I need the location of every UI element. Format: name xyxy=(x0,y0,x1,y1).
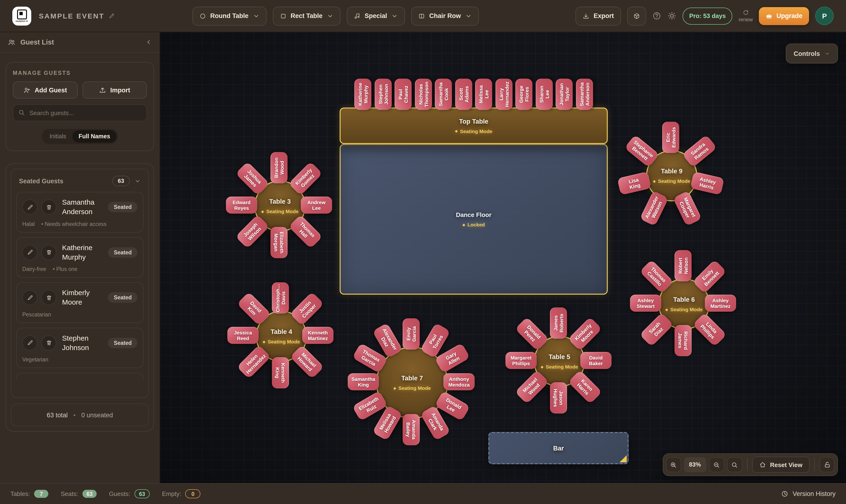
pro-badge[interactable]: Pro: 53 days xyxy=(683,7,733,24)
seat-chip[interactable]: MargaretCooper xyxy=(673,191,702,226)
zone-dance-floor[interactable]: Dance Floor◆Locked xyxy=(340,144,608,295)
edit-guest-button[interactable] xyxy=(22,200,37,215)
import-button[interactable]: Import xyxy=(82,82,147,98)
app-logo-icon[interactable]: seatplan.io xyxy=(12,6,31,25)
floor-plan-canvas[interactable]: Dance Floor◆LockedBarTop Table◆Seating M… xyxy=(160,32,846,483)
collapse-sidebar-icon[interactable] xyxy=(145,39,152,46)
seat-chip[interactable]: MelissaLee xyxy=(475,79,492,110)
seat-chip[interactable]: SamanthaKing xyxy=(348,373,379,390)
edit-guest-button[interactable] xyxy=(22,335,37,350)
export-button[interactable]: Export xyxy=(576,6,621,25)
delete-guest-button[interactable] xyxy=(41,200,56,215)
add-element-toolbar: Round Table Rect Table Special Chair Row xyxy=(192,6,479,25)
guest-card[interactable]: Katherine Murphy Seated Dairy-free • Plu… xyxy=(16,237,144,277)
pencil-icon xyxy=(27,340,33,346)
zoom-out-button[interactable] xyxy=(709,457,724,472)
search-guests-input[interactable] xyxy=(13,104,147,121)
seat-chip[interactable]: MargaretPhillips xyxy=(505,352,537,369)
delete-guest-button[interactable] xyxy=(41,290,56,305)
seat-chip[interactable]: AshleyStewart xyxy=(630,295,661,312)
edit-guest-button[interactable] xyxy=(22,290,37,305)
unlock-button[interactable] xyxy=(820,457,835,472)
delete-guest-button[interactable] xyxy=(41,245,56,260)
seating-planner-app: seatplan.io SAMPLE EVENT Round Table Rec… xyxy=(0,0,846,504)
edit-title-icon[interactable] xyxy=(109,13,115,19)
table-sublabel: ◆Seating Mode xyxy=(653,178,690,184)
seated-guests-header[interactable]: Seated Guests 63 xyxy=(16,174,144,192)
renew-button[interactable]: renew xyxy=(739,10,753,22)
seat-chip[interactable]: Christoph…Davis xyxy=(272,282,289,313)
guest-diet: Pescatarian xyxy=(22,311,51,317)
floor-layer: Dance Floor◆LockedBarTop Table◆Seating M… xyxy=(160,32,846,483)
seat-chip[interactable]: PaulChavez xyxy=(395,79,412,110)
round-table-button[interactable]: Round Table xyxy=(192,6,267,25)
event-title[interactable]: SAMPLE EVENT xyxy=(39,12,115,20)
special-button[interactable]: Special xyxy=(347,6,405,25)
zoom-search-button[interactable] xyxy=(727,457,742,472)
seat-chip[interactable]: AshleyMartinez xyxy=(705,295,736,312)
home-icon xyxy=(759,461,766,468)
seat-chip[interactable]: JonathanTaylor xyxy=(556,79,573,110)
version-history-button[interactable]: Version History xyxy=(781,490,835,497)
seat-chip[interactable]: DavidBaker xyxy=(580,352,612,369)
seat-chip[interactable]: NicholasThompson xyxy=(415,79,432,110)
zone-top-table[interactable]: Top Table◆Seating Mode xyxy=(340,108,608,144)
guest-status-badge: Seated xyxy=(108,202,137,213)
seat-chip[interactable]: AnthonyMendoza xyxy=(443,373,475,390)
edit-guest-button[interactable] xyxy=(22,245,37,260)
seat-chip[interactable]: RobertNelson xyxy=(674,250,691,281)
seat-chip[interactable]: SharonLee xyxy=(536,79,553,110)
seat-chip[interactable]: SamanthaAnderson xyxy=(576,79,593,110)
guest-card-partial[interactable] xyxy=(16,373,144,379)
seat-chip[interactable]: EmilyGarcia xyxy=(403,318,420,349)
seat-chip[interactable]: LarryHernandez xyxy=(496,79,512,110)
seat-chip[interactable]: AmandaBailey xyxy=(403,414,420,445)
seat-chip[interactable]: JamesRoberts xyxy=(550,307,567,339)
seat-chip[interactable]: GeorgeFlores xyxy=(516,79,533,110)
seat-chip[interactable]: ElizabethMorgan xyxy=(270,227,288,258)
reset-view-button[interactable]: Reset View xyxy=(752,457,810,473)
clock-icon xyxy=(781,490,788,497)
seat-chip[interactable]: ScottAdams xyxy=(455,79,472,110)
table-label: Table 7 xyxy=(401,375,423,382)
zone-bar[interactable]: Bar xyxy=(488,432,629,464)
toggle-initials[interactable]: Initials xyxy=(43,130,72,143)
seat-chip[interactable]: LisaKing xyxy=(617,172,651,195)
seat-chip[interactable]: RichardJames xyxy=(674,325,691,356)
toggle-full-names[interactable]: Full Names xyxy=(72,130,116,143)
seat-chip[interactable]: BrandonWood xyxy=(270,152,288,183)
avatar[interactable]: P xyxy=(815,7,834,25)
seat-chip[interactable]: EdwardReyes xyxy=(226,197,257,214)
guest-card[interactable]: Samantha Anderson Seated Halal • Needs w… xyxy=(16,192,144,232)
guest-note: • Plus one xyxy=(53,266,77,272)
seat-chip[interactable]: AndrewLee xyxy=(301,197,332,214)
upgrade-button[interactable]: Upgrade xyxy=(759,7,809,25)
zoom-in-icon xyxy=(670,461,677,468)
delete-guest-button[interactable] xyxy=(41,335,56,350)
light-mode-icon[interactable] xyxy=(667,11,677,20)
seat-chip[interactable]: KennethKing xyxy=(272,357,289,389)
guest-card[interactable]: Stephen Johnson Seated Vegetarian xyxy=(16,327,144,368)
guest-card[interactable]: Kimberly Moore Seated Pescatarian xyxy=(16,282,144,323)
seat-chip[interactable]: EricEdwards xyxy=(662,122,679,153)
chair-row-button[interactable]: Chair Row xyxy=(411,6,479,25)
seat-chip[interactable]: SamanthaCook xyxy=(435,79,452,110)
table-label-wrap: Dance Floor◆Locked xyxy=(456,211,491,227)
seating-mode-icon: ◆ xyxy=(261,210,264,213)
trash-icon xyxy=(46,249,52,255)
seat-chip[interactable]: KatherineMurphy xyxy=(354,79,371,110)
add-guest-button[interactable]: Add Guest xyxy=(13,82,77,98)
rect-table-button[interactable]: Rect Table xyxy=(273,6,341,25)
zoom-in-button[interactable] xyxy=(666,457,681,472)
help-icon[interactable] xyxy=(652,11,661,20)
controls-button[interactable]: Controls xyxy=(786,43,838,64)
seat-chip[interactable]: AshleyHarris xyxy=(690,172,724,195)
chevron-down-icon[interactable] xyxy=(134,178,141,184)
resources-button[interactable] xyxy=(627,6,646,25)
seat-chip[interactable]: KennethMartinez xyxy=(302,327,334,344)
seat-chip[interactable]: JasonHughes xyxy=(550,382,567,414)
seat-chip[interactable]: StephenJohnson xyxy=(375,79,392,110)
seat-chip[interactable]: AlexanderWatson xyxy=(640,191,669,226)
guest-tags: Halal • Needs wheelchair access xyxy=(22,221,137,227)
seat-chip[interactable]: JessicaReed xyxy=(227,327,259,344)
